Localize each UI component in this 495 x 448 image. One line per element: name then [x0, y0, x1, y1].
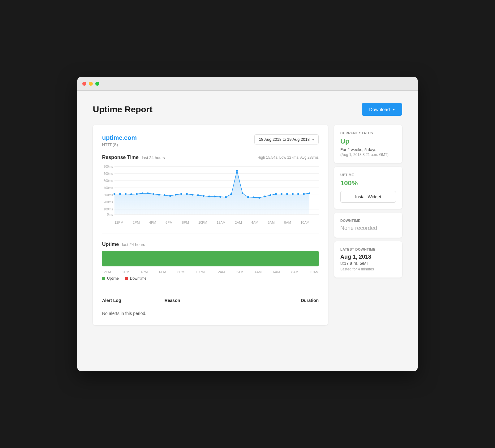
x-label: 4AM [251, 221, 258, 224]
chart-dot [308, 192, 310, 194]
chart-dot [286, 193, 288, 195]
uptime-x-axis: 12PM 2PM 4PM 6PM 8PM 10PM 12AM 2AM 4AM 6… [102, 270, 319, 274]
chart-dot [247, 196, 249, 198]
site-name[interactable]: uptime.com [102, 134, 137, 141]
x-label: 12AM [217, 221, 226, 224]
x-label: 6PM [159, 270, 166, 274]
site-info: uptime.com HTTP(S) [102, 134, 137, 147]
chart-stats: High 15.54s, Low 127ms, Avg 283ms [257, 155, 319, 160]
x-label: 6AM [268, 221, 275, 224]
x-label: 4AM [255, 270, 262, 274]
chart-dot [281, 193, 282, 195]
svg-text:300ms: 300ms [104, 193, 113, 197]
current-status-label: CURRENT STATUS [340, 131, 396, 135]
latest-downtime-lasted: Lasted for 4 minutes [340, 267, 396, 271]
close-button[interactable] [82, 82, 86, 86]
install-widget-button[interactable]: Install Widget [340, 191, 396, 203]
response-time-period: last 24 hours [142, 155, 165, 160]
chart-dot [180, 193, 182, 195]
chart-dot [192, 194, 193, 196]
downtime-dot [125, 277, 128, 280]
minimize-button[interactable] [89, 82, 93, 86]
date-range-selector[interactable]: 18 Aug 2018 to 19 Aug 2018 ▾ [254, 134, 319, 144]
chart-dot [242, 192, 243, 194]
x-label: 12AM [216, 270, 225, 274]
chart-area [114, 171, 309, 214]
current-status-card: CURRENT STATUS Up For 2 weeks, 5 days (A… [334, 125, 402, 163]
fullscreen-button[interactable] [95, 82, 99, 86]
x-label: 2PM [122, 270, 129, 274]
chart-dot [264, 196, 266, 197]
downtime-legend-label: Downtime [130, 276, 146, 281]
svg-text:200ms: 200ms [104, 200, 113, 204]
x-label: 2PM [133, 221, 140, 224]
x-label: 6AM [273, 270, 280, 274]
x-label: 10PM [196, 270, 205, 274]
chart-dot [141, 192, 143, 194]
chart-dot [136, 193, 138, 195]
alert-section: Alert Log Reason Duration No alerts in t… [102, 290, 319, 316]
chart-dot [119, 193, 121, 195]
chart-dot [158, 194, 160, 196]
x-label: 10AM [300, 221, 309, 224]
uptime-title-group: Uptime last 24 hours [102, 242, 319, 247]
x-label: 8PM [182, 221, 189, 224]
alert-log-title: Alert Log [102, 298, 121, 303]
legend-uptime: Uptime [102, 276, 119, 281]
status-duration: For 2 weeks, 5 days [340, 147, 396, 152]
site-protocol: HTTP(S) [102, 142, 137, 147]
downtime-card: DOWNTIME None recorded [334, 213, 402, 238]
chart-dot [253, 196, 255, 198]
x-label: 10PM [198, 221, 207, 224]
latest-downtime-time: 8:17 a.m. GMT [340, 261, 396, 266]
current-status-value: Up [340, 137, 396, 145]
browser-window: Uptime Report Download ▾ uptime.com HTTP… [77, 77, 418, 371]
chart-dot [303, 193, 305, 195]
x-label: 10AM [310, 270, 319, 274]
downtime-label: DOWNTIME [340, 219, 396, 222]
chart-dot [214, 196, 216, 197]
svg-text:400ms: 400ms [104, 186, 113, 190]
x-label: 12PM [102, 270, 111, 274]
uptime-dot [102, 277, 105, 280]
page-content: Uptime Report Download ▾ uptime.com HTTP… [77, 91, 418, 371]
chart-svg: 700ms 600ms 500ms 400ms 300ms 200ms 100m… [102, 163, 319, 219]
site-header: uptime.com HTTP(S) 18 Aug 2018 to 19 Aug… [102, 134, 319, 147]
chart-dot [208, 196, 210, 197]
chart-dot-spike [236, 170, 238, 172]
chart-header: Response Time last 24 hours High 15.54s,… [102, 155, 319, 160]
status-since: (Aug 1, 2018 8:21 a.m. GMT) [340, 153, 396, 157]
uptime-bar [102, 251, 319, 266]
x-label: 2AM [235, 221, 242, 224]
chart-dot [169, 195, 171, 197]
download-label: Download [369, 107, 390, 112]
x-label: 8AM [284, 221, 291, 224]
uptime-title: Uptime [102, 242, 119, 247]
chart-dot [175, 194, 177, 196]
content-layout: uptime.com HTTP(S) 18 Aug 2018 to 19 Aug… [93, 125, 402, 325]
uptime-side-label: UPTIME [340, 173, 396, 177]
svg-text:0ms: 0ms [107, 213, 113, 216]
download-button[interactable]: Download ▾ [362, 103, 402, 116]
alert-divider [102, 306, 319, 306]
latest-downtime-card: LATEST DOWNTIME Aug 1, 2018 8:17 a.m. GM… [334, 241, 402, 278]
chart-dot [292, 193, 294, 195]
chart-dot [230, 193, 232, 195]
chart-dot [203, 195, 204, 197]
x-label: 6PM [166, 221, 173, 224]
latest-downtime-date: Aug 1, 2018 [340, 254, 396, 260]
chevron-down-icon: ▾ [312, 137, 314, 142]
page-header: Uptime Report Download ▾ [93, 103, 402, 116]
x-label: 12PM [114, 221, 123, 224]
svg-text:700ms: 700ms [104, 165, 113, 168]
uptime-period: last 24 hours [122, 242, 145, 247]
chart-dot [153, 193, 154, 195]
page-title: Uptime Report [93, 105, 153, 114]
traffic-lights [82, 82, 99, 86]
svg-text:500ms: 500ms [104, 179, 113, 183]
chart-dot [197, 194, 199, 196]
svg-text:600ms: 600ms [104, 172, 113, 175]
alert-header-row: Alert Log Reason Duration [102, 298, 319, 303]
x-label: 8PM [178, 270, 185, 274]
svg-text:100ms: 100ms [104, 208, 113, 211]
